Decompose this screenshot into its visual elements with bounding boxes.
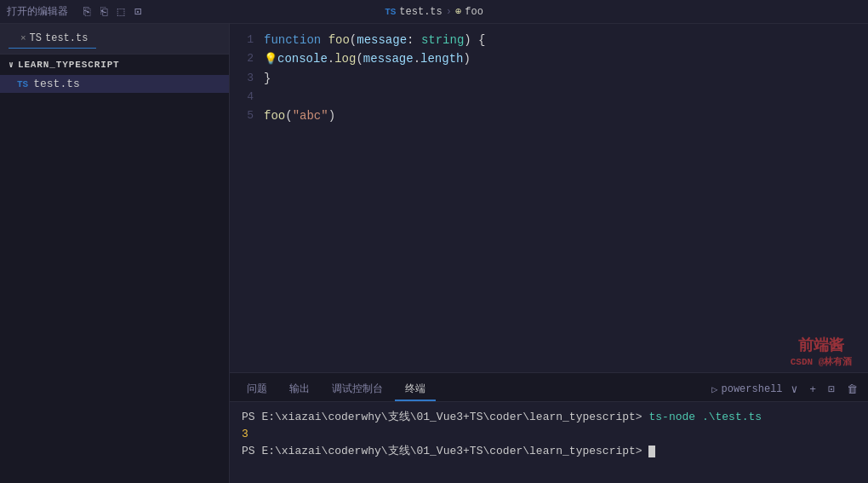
refresh-icon[interactable]: ⬚	[114, 5, 128, 19]
tab-terminal[interactable]: 终端	[395, 378, 436, 401]
code-line-5: 5 foo("abc")	[230, 106, 868, 125]
file-ts-badge: TS	[17, 79, 28, 89]
terminal-content[interactable]: PS E:\xiazai\coderwhy\支线\01_Vue3+TS\code…	[230, 402, 868, 483]
line-number-5: 5	[230, 106, 264, 125]
terminal-split-icon[interactable]: ∨	[788, 381, 802, 398]
title-bar: 打开的编辑器 ⎘ ⎗ ⬚ ⊡ TS test.ts › ⊕ foo	[0, 0, 868, 24]
code-line-4: 4	[230, 88, 868, 106]
code-line-1: 1 function foo(message: string) {	[230, 31, 868, 49]
new-folder-icon[interactable]: ⎗	[97, 5, 111, 19]
open-editors-tab[interactable]: × TS test.ts	[9, 29, 96, 49]
file-item-test-ts[interactable]: TS test.ts	[0, 75, 229, 93]
chevron-icon: ∨	[9, 60, 14, 70]
breadcrumb: TS test.ts › ⊕ foo	[385, 5, 483, 18]
title-bar-left: 打开的编辑器 ⎘ ⎗ ⬚ ⊡	[7, 4, 145, 19]
section-label: LEARN_TYPESCRIPT	[18, 60, 120, 70]
open-editors-label: 打开的编辑器	[7, 4, 68, 19]
breadcrumb-ts-icon: TS	[385, 7, 396, 17]
shell-name: powershell	[722, 383, 783, 395]
collapse-icon[interactable]: ⊡	[131, 5, 145, 19]
line-number-4: 4	[230, 88, 264, 106]
kill-terminal-icon[interactable]: 🗑	[843, 382, 861, 398]
main-area: × TS test.ts ∨ LEARN_TYPESCRIPT TS test.…	[0, 24, 868, 483]
sidebar-tab-label: test.ts	[45, 32, 88, 44]
sidebar: × TS test.ts ∨ LEARN_TYPESCRIPT TS test.…	[0, 24, 230, 483]
breadcrumb-separator: ›	[446, 6, 452, 18]
line-number-3: 3	[230, 69, 264, 88]
editor-area: 1 function foo(message: string) { 2 💡con…	[230, 24, 868, 483]
new-terminal-icon[interactable]: +	[806, 382, 819, 398]
code-content-1: function foo(message: string) {	[264, 31, 486, 49]
terminal-split-pane-icon[interactable]: ⊡	[825, 381, 838, 398]
code-content-5: foo("abc")	[264, 106, 335, 125]
tab-output[interactable]: 输出	[279, 378, 320, 401]
panel-tabs: 问题 输出 调试控制台 终端 ▷ powershell ∨ + ⊡ 🗑	[230, 373, 868, 402]
panel-tab-bar-right: ▷ powershell ∨ + ⊡ 🗑	[711, 381, 861, 401]
title-bar-icons: ⎘ ⎗ ⬚ ⊡	[80, 5, 145, 19]
code-line-3: 3 }	[230, 69, 868, 88]
terminal-line-2: 3	[242, 426, 856, 443]
breadcrumb-function: ⊕ foo	[455, 5, 483, 18]
terminal-line-1: PS E:\xiazai\coderwhy\支线\01_Vue3+TS\code…	[242, 409, 856, 426]
line-number-2: 2	[230, 49, 264, 68]
sidebar-top-bar: × TS test.ts	[0, 24, 229, 55]
terminal-line-3: PS E:\xiazai\coderwhy\支线\01_Vue3+TS\code…	[242, 443, 856, 460]
shell-label: ▷ powershell	[711, 383, 782, 396]
code-content-2: 💡console.log(message.length)	[264, 49, 471, 69]
line-number-1: 1	[230, 31, 264, 49]
explorer-section[interactable]: ∨ LEARN_TYPESCRIPT	[0, 55, 229, 75]
shell-icon: ▷	[711, 383, 717, 396]
file-name: test.ts	[33, 78, 80, 90]
tab-debug-console[interactable]: 调试控制台	[322, 378, 393, 401]
sidebar-ts-badge: TS	[30, 32, 42, 44]
tab-close-icon[interactable]: ×	[20, 33, 26, 43]
code-content-3: }	[264, 69, 271, 88]
breadcrumb-func-name: foo	[465, 6, 483, 18]
code-editor[interactable]: 1 function foo(message: string) { 2 💡con…	[230, 24, 868, 372]
tab-problems[interactable]: 问题	[237, 378, 277, 401]
function-icon: ⊕	[455, 5, 461, 18]
panel: 问题 输出 调试控制台 终端 ▷ powershell ∨ + ⊡ 🗑 PS E…	[230, 372, 868, 483]
code-line-2: 2 💡console.log(message.length)	[230, 49, 868, 69]
breadcrumb-filename: test.ts	[399, 6, 442, 18]
new-file-icon[interactable]: ⎘	[80, 5, 94, 19]
